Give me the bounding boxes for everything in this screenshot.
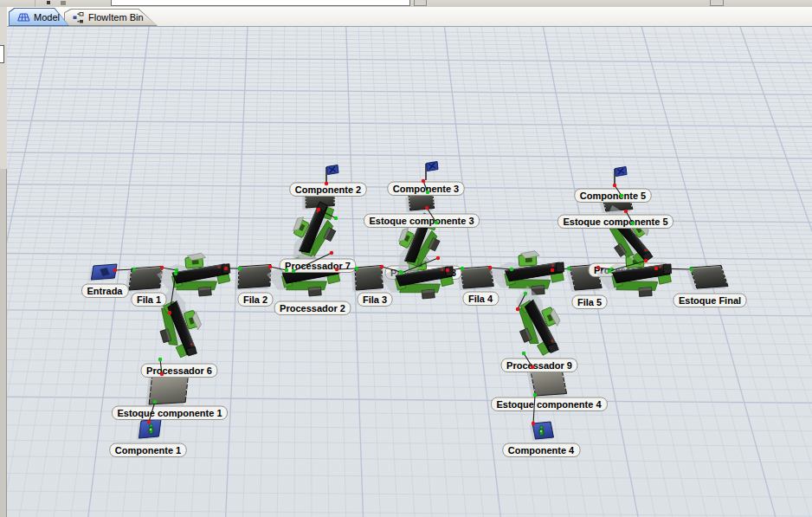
label-fila-2: Fila 2 — [238, 293, 273, 307]
label-processador-9: Processador 9 — [501, 359, 577, 372]
svg-text:Estoque componente 3: Estoque componente 3 — [369, 216, 474, 226]
model-3d-scene: Processador 8Processador 10 EntradaFila … — [7, 27, 812, 517]
model-grid-icon — [17, 11, 30, 23]
svg-text:Componente 1: Componente 1 — [115, 445, 181, 456]
label-processador-2: Processador 2 — [274, 301, 351, 315]
label-fila-1: Fila 1 — [132, 293, 166, 307]
svg-text:Componente 2: Componente 2 — [295, 184, 361, 195]
svg-text:Fila 5: Fila 5 — [577, 297, 602, 307]
background-window-fragment — [0, 45, 4, 63]
label-estoque-componente-5: Estoque componente 5 — [557, 215, 673, 229]
tab-flowitem-bin-label: FlowItem Bin — [88, 12, 144, 23]
flowitem-bin-icon — [73, 12, 85, 23]
svg-text:Fila 1: Fila 1 — [137, 294, 161, 305]
label-componente-2: Componente 2 — [290, 183, 366, 197]
svg-text:Estoque componente 1: Estoque componente 1 — [117, 408, 222, 418]
svg-text:Processador 6: Processador 6 — [146, 365, 212, 376]
toolbar-separator — [35, 0, 35, 7]
label-estoque-componente-4: Estoque componente 4 — [491, 397, 607, 411]
svg-text:Estoque componente 5: Estoque componente 5 — [563, 216, 667, 227]
toolbar-combobox-fragment[interactable] — [111, 0, 410, 6]
tab-model[interactable]: Model — [9, 8, 69, 26]
svg-text:Estoque Final: Estoque Final — [679, 295, 741, 306]
label-processador-6: Processador 6 — [141, 364, 217, 378]
svg-text:Fila 4: Fila 4 — [468, 294, 493, 304]
svg-text:Entrada: Entrada — [87, 286, 124, 296]
label-componente-5: Componente 5 — [575, 189, 651, 203]
svg-text:Processador 9: Processador 9 — [506, 360, 572, 371]
svg-text:Estoque componente 4: Estoque componente 4 — [496, 399, 602, 410]
label-estoque-componente-1: Estoque componente 1 — [112, 406, 227, 420]
tab-model-label: Model — [34, 12, 60, 23]
model-3d-viewport[interactable]: Processador 8Processador 10 EntradaFila … — [7, 27, 812, 517]
label-entrada: Entrada — [82, 284, 129, 298]
view-tab-bar: Model FlowItem Bin — [7, 7, 812, 27]
toolbar-icon-fragment — [61, 1, 66, 5]
label-fila-4: Fila 4 — [463, 292, 499, 306]
label-processador-7: Processador 7 — [280, 259, 356, 273]
label-componente-1: Componente 1 — [110, 443, 186, 457]
cropped-toolbar — [0, 0, 812, 7]
svg-text:Componente 4: Componente 4 — [508, 445, 575, 456]
fila-1-queue[interactable] — [126, 267, 163, 293]
toolbar-button-fragment-1[interactable] — [414, 0, 427, 6]
label-componente-4: Componente 4 — [503, 443, 580, 457]
toolbar-dropdown-icon — [47, 1, 50, 4]
svg-text:Componente 5: Componente 5 — [580, 191, 646, 201]
toolbar-button-fragment-2[interactable] — [710, 0, 724, 6]
label-estoque-componente-3: Estoque componente 3 — [364, 214, 479, 228]
label-fila-5: Fila 5 — [572, 295, 607, 309]
window-edge-strip — [0, 7, 7, 517]
tab-flowitem-bin[interactable]: FlowItem Bin — [64, 9, 158, 26]
svg-text:Processador 2: Processador 2 — [280, 303, 345, 313]
svg-text:Fila 2: Fila 2 — [243, 294, 267, 305]
label-estoque-final: Estoque Final — [673, 294, 746, 307]
svg-text:Fila 3: Fila 3 — [363, 294, 387, 305]
label-fila-3: Fila 3 — [358, 293, 392, 307]
background-panel-fragment — [0, 169, 7, 517]
